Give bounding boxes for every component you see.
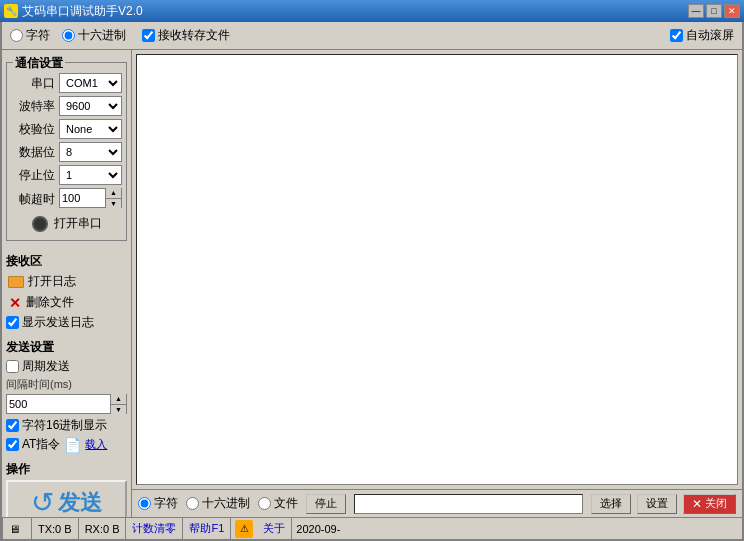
hex-display-label: 字符16进制显示 (22, 417, 107, 434)
baud-label: 波特率 (11, 98, 55, 115)
status-about[interactable]: 关于 (257, 518, 292, 539)
radio-char-input[interactable] (10, 29, 23, 42)
display-area[interactable] (136, 54, 738, 485)
save-file-label: 接收转存文件 (158, 27, 230, 44)
hex-display-checkbox[interactable] (6, 419, 19, 432)
send-radio-hex-item[interactable]: 十六进制 (186, 495, 250, 512)
show-send-log-checkbox[interactable] (6, 316, 19, 329)
at-row: AT指令 📄 载入 (6, 436, 127, 453)
status-count[interactable]: 计数清零 (126, 518, 183, 539)
comm-settings-group: 通信设置 串口 COM1 COM2 COM3 波特率 9600 19200 11… (6, 62, 127, 241)
load-icon: 📄 (64, 437, 81, 453)
radio-hex-label: 十六进制 (78, 27, 126, 44)
interval-down-arrow[interactable]: ▼ (110, 405, 126, 415)
timeout-arrows: ▲ ▼ (105, 188, 121, 208)
interval-up-arrow[interactable]: ▲ (110, 394, 126, 405)
open-port-label: 打开串口 (54, 215, 102, 232)
timeout-input[interactable] (60, 192, 105, 204)
timeout-row: 帧超时 ▲ ▼ (11, 188, 122, 211)
send-radio-file[interactable] (258, 497, 271, 510)
delete-icon: ✕ (8, 296, 22, 310)
timeout-label: 帧超时 (11, 191, 55, 208)
stop-button[interactable]: 停止 (306, 494, 346, 514)
select-button[interactable]: 选择 (591, 494, 631, 514)
status-help[interactable]: 帮助F1 (183, 518, 231, 539)
send-settings-title: 发送设置 (6, 339, 127, 356)
parity-select[interactable]: None Odd Even (59, 119, 122, 139)
at-command-checkbox[interactable] (6, 438, 19, 451)
periodic-send-checkbox[interactable] (6, 360, 19, 373)
send-radio-char-label: 字符 (154, 495, 178, 512)
comm-settings-title: 通信设置 (13, 55, 65, 72)
close-label: 关闭 (705, 496, 727, 511)
delete-file-label: 删除文件 (26, 294, 74, 311)
window-close-button[interactable]: ✕ (724, 4, 740, 18)
save-file-checkbox-item[interactable]: 接收转存文件 (142, 27, 230, 44)
timeout-spinbox[interactable]: ▲ ▼ (59, 188, 122, 208)
port-select[interactable]: COM1 COM2 COM3 (59, 73, 122, 93)
baud-select[interactable]: 9600 19200 115200 (59, 96, 122, 116)
interval-spinbox[interactable]: ▲ ▼ (6, 394, 127, 414)
autoscroll-label: 自动滚屏 (686, 27, 734, 44)
autoscroll-checkbox[interactable] (670, 29, 683, 42)
send-button[interactable]: ↺ 发送 (6, 480, 127, 517)
radio-char-option[interactable]: 字符 (10, 27, 50, 44)
parity-label: 校验位 (11, 121, 55, 138)
stopbits-select[interactable]: 1 2 (59, 165, 122, 185)
autoscroll-checkbox-item[interactable]: 自动滚屏 (670, 27, 734, 44)
show-send-log-item[interactable]: 显示发送日志 (6, 314, 127, 331)
send-text-input[interactable] (354, 494, 583, 514)
content-area: 通信设置 串口 COM1 COM2 COM3 波特率 9600 19200 11… (2, 50, 742, 517)
send-label: 发送 (58, 488, 102, 518)
close-icon: ✕ (692, 497, 702, 511)
save-file-checkbox[interactable] (142, 29, 155, 42)
open-log-button[interactable]: 打开日志 (6, 272, 127, 291)
at-command-item[interactable]: AT指令 (6, 436, 60, 453)
radio-char-label: 字符 (26, 27, 50, 44)
load-button[interactable]: 载入 (85, 437, 107, 452)
minimize-button[interactable]: — (688, 4, 704, 18)
port-row: 串口 COM1 COM2 COM3 (11, 73, 122, 93)
window-title: 艾码串口调试助手V2.0 (22, 3, 143, 20)
send-radio-file-item[interactable]: 文件 (258, 495, 298, 512)
tray-icon-1: ⚠ (235, 520, 253, 538)
radio-hex-option[interactable]: 十六进制 (62, 27, 126, 44)
toolbar: 字符 十六进制 接收转存文件 自动滚屏 (2, 22, 742, 50)
receive-section-title: 接收区 (6, 253, 127, 270)
interval-label: 间隔时间(ms) (6, 377, 127, 392)
app-icon: 🔧 (4, 4, 18, 18)
main-container: 字符 十六进制 接收转存文件 自动滚屏 通信设置 串口 (0, 22, 744, 541)
timeout-up-arrow[interactable]: ▲ (105, 188, 121, 199)
show-send-log-label: 显示发送日志 (22, 314, 94, 331)
status-rx: RX:0 B (79, 518, 127, 539)
periodic-send-label: 周期发送 (22, 358, 70, 375)
interval-input[interactable] (7, 398, 110, 410)
send-radio-hex[interactable] (186, 497, 199, 510)
baud-row: 波特率 9600 19200 115200 (11, 96, 122, 116)
receive-section: 接收区 打开日志 ✕ 删除文件 显示发送日志 (6, 253, 127, 331)
open-port-button[interactable]: 打开串口 (11, 215, 122, 232)
operation-title: 操作 (6, 461, 127, 478)
left-panel: 通信设置 串口 COM1 COM2 COM3 波特率 9600 19200 11… (2, 50, 132, 517)
send-radio-char-item[interactable]: 字符 (138, 495, 178, 512)
title-bar-left: 🔧 艾码串口调试助手V2.0 (4, 3, 143, 20)
settings-button[interactable]: 设置 (637, 494, 677, 514)
send-icon: ↺ (31, 486, 54, 517)
databits-row: 数据位 8 7 (11, 142, 122, 162)
maximize-button[interactable]: □ (706, 4, 722, 18)
port-label: 串口 (11, 75, 55, 92)
status-tray: ⚠ (231, 520, 257, 538)
hex-display-item[interactable]: 字符16进制显示 (6, 417, 127, 434)
radio-hex-input[interactable] (62, 29, 75, 42)
timeout-down-arrow[interactable]: ▼ (105, 199, 121, 209)
parity-row: 校验位 None Odd Even (11, 119, 122, 139)
periodic-send-item[interactable]: 周期发送 (6, 358, 127, 375)
delete-file-button[interactable]: ✕ 删除文件 (6, 293, 127, 312)
send-bar-right: 选择 设置 ✕ 关闭 (591, 494, 736, 514)
databits-select[interactable]: 8 7 (59, 142, 122, 162)
send-bar: 字符 十六进制 文件 停止 选择 设置 ✕ 关闭 (132, 489, 742, 517)
port-status-indicator (32, 216, 48, 232)
close-button[interactable]: ✕ 关闭 (683, 494, 736, 514)
send-radio-char[interactable] (138, 497, 151, 510)
pc-icon: 🖥 (9, 523, 20, 535)
